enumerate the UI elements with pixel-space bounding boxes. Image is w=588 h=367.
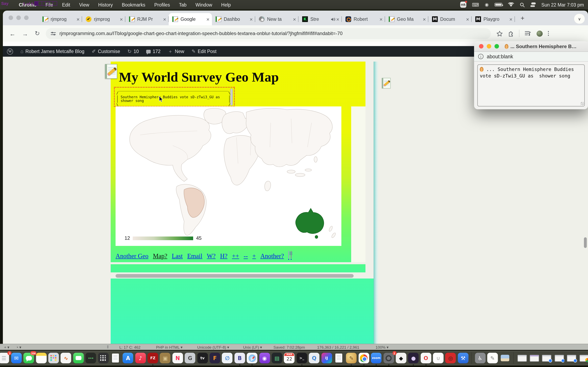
tab-stre[interactable]: KStre× bbox=[298, 13, 342, 25]
dock-smultron[interactable]: ● bbox=[408, 353, 419, 363]
dock-quicktime[interactable]: Q bbox=[309, 353, 320, 363]
popup-title-bar[interactable]: ... Southern Hemisphere B… bbox=[474, 41, 588, 52]
statusbar-item-6[interactable]: 100% ▾ bbox=[376, 345, 389, 349]
menu-item-help[interactable]: Help bbox=[221, 2, 231, 7]
popup-traffic-lights[interactable] bbox=[479, 44, 499, 49]
dock-chrome[interactable] bbox=[359, 353, 369, 363]
tab-robert[interactable]: Robert× bbox=[342, 13, 385, 25]
dock-camera-utility[interactable]: 2 bbox=[383, 353, 394, 363]
new-tab-button[interactable]: + bbox=[521, 15, 525, 22]
link-h[interactable]: H? bbox=[220, 252, 227, 260]
dock-min-window-sheet1[interactable] bbox=[541, 353, 552, 363]
meeting-app-icon[interactable]: mk bbox=[460, 2, 466, 8]
tab-close-button[interactable]: × bbox=[380, 16, 383, 22]
tab-close-button[interactable]: × bbox=[250, 16, 253, 22]
dock-xcode[interactable]: ⚒ bbox=[458, 353, 468, 363]
tab-overflow-button[interactable]: ∨ bbox=[574, 14, 585, 24]
dock-firefox[interactable]: F bbox=[210, 353, 220, 363]
vertical-scrollbar-thumb[interactable] bbox=[584, 237, 587, 248]
bookmark-star-icon[interactable] bbox=[496, 30, 502, 36]
admin-edit-post[interactable]: ✎Edit Post bbox=[191, 49, 216, 54]
dock-opera[interactable]: O bbox=[421, 353, 431, 363]
tab-docum[interactable]: MDocum× bbox=[428, 13, 472, 25]
dock-archive[interactable]: ▣ bbox=[160, 353, 171, 363]
dock-paint[interactable]: ✎ bbox=[346, 353, 357, 363]
info-icon[interactable]: i bbox=[478, 54, 484, 59]
dock-facetime[interactable] bbox=[73, 353, 84, 363]
dock-news[interactable]: N bbox=[172, 353, 183, 363]
dock-min-window-purple[interactable] bbox=[529, 353, 540, 363]
admin-customise[interactable]: ✐Customise bbox=[92, 49, 120, 54]
menu-item-window[interactable]: Window bbox=[196, 2, 212, 7]
tab-close-button[interactable]: × bbox=[293, 16, 296, 22]
tv-guide-link-icon[interactable] bbox=[288, 251, 289, 260]
wifi-icon[interactable] bbox=[508, 2, 514, 7]
admin-updates[interactable]: ↻10 bbox=[127, 49, 139, 54]
dock-min-window-doc[interactable] bbox=[517, 353, 527, 363]
popup-url[interactable]: about:blank bbox=[487, 54, 513, 59]
link-last[interactable]: Last bbox=[172, 252, 183, 260]
back-button[interactable]: ← bbox=[9, 30, 16, 37]
dock-libreoffice[interactable] bbox=[334, 353, 344, 363]
popup-textarea[interactable]: ... Southern Hemisphere Buddies vote sD-… bbox=[477, 64, 585, 106]
statusbar-item-3[interactable]: Unix (LF) ▾ bbox=[243, 345, 262, 349]
link-[interactable]: -- bbox=[243, 252, 248, 260]
link-map[interactable]: Map? bbox=[153, 252, 167, 260]
tab-geo-ma[interactable]: Geo Ma× bbox=[385, 13, 428, 25]
dock-appstore[interactable]: A bbox=[123, 353, 133, 363]
link-w[interactable]: W? bbox=[207, 252, 216, 260]
url-text[interactable]: rjmprogramming.com.au/ITblog/google-char… bbox=[60, 31, 343, 36]
admin-new[interactable]: ＋New bbox=[168, 48, 184, 55]
tab-playgro[interactable]: MPlaygro× bbox=[472, 13, 515, 25]
window-traffic-lights[interactable] bbox=[9, 16, 29, 20]
dock-min-window-chrome[interactable] bbox=[579, 353, 588, 363]
dock-apple-tv[interactable]: tv bbox=[197, 353, 208, 363]
link-another[interactable]: Another? bbox=[260, 252, 284, 260]
dock-calculator[interactable] bbox=[98, 353, 109, 363]
dock-notes[interactable] bbox=[36, 353, 47, 363]
spotlight-search-icon[interactable] bbox=[520, 2, 525, 7]
zoom-button[interactable] bbox=[494, 44, 499, 49]
dock-notes-pencil[interactable]: ✎ bbox=[487, 353, 498, 363]
speech-bubble-textarea[interactable]: ________________________________________… bbox=[114, 87, 235, 107]
admin-site-name[interactable]: ⌂Robert James Metcalfe Blog bbox=[20, 49, 84, 54]
menu-item-bookmarks[interactable]: Bookmarks bbox=[122, 2, 145, 7]
browser-menu-icon[interactable] bbox=[548, 31, 549, 36]
menu-item-profiles[interactable]: Profiles bbox=[154, 2, 170, 7]
dock-launchpad[interactable] bbox=[48, 353, 59, 363]
tab-new-ta[interactable]: New ta× bbox=[255, 13, 298, 25]
battery-icon[interactable] bbox=[494, 3, 502, 7]
dock-dial-utility[interactable]: ◎ bbox=[445, 353, 456, 363]
dock-accessibility[interactable]: ♿ bbox=[475, 353, 485, 363]
tab-close-button[interactable]: × bbox=[509, 16, 512, 22]
tab-rjmprog[interactable]: rjmprog× bbox=[82, 13, 125, 25]
dock-intellij[interactable]: IJ bbox=[321, 353, 332, 363]
statusbar-item-4[interactable]: Saved: 7:02:28pm bbox=[273, 345, 305, 349]
dock-inkscape[interactable]: ◆ bbox=[396, 353, 406, 363]
dock-podcasts[interactable]: ◉ bbox=[259, 353, 270, 363]
link-[interactable]: + bbox=[252, 252, 256, 260]
dock-min-window-sheet3[interactable] bbox=[566, 353, 577, 363]
textarea-resize-handle[interactable] bbox=[581, 102, 584, 105]
dock-safari[interactable] bbox=[247, 353, 258, 363]
keyboard-icon[interactable]: ⌨ bbox=[472, 2, 479, 8]
dock-coteditor[interactable]: ∪ bbox=[433, 353, 444, 363]
tab-close-button[interactable]: × bbox=[466, 16, 469, 22]
dock-calendar[interactable]: MAR22 bbox=[284, 353, 295, 363]
minimize-button[interactable] bbox=[487, 44, 491, 49]
dock-filezilla[interactable]: FZ bbox=[148, 353, 158, 363]
menu-item-tab[interactable]: Tab bbox=[179, 2, 186, 7]
link-anothergeo[interactable]: Another Geo bbox=[116, 252, 148, 260]
menu-item-view[interactable]: View bbox=[79, 2, 89, 7]
dock-photo-window[interactable] bbox=[500, 353, 510, 363]
tab-close-button[interactable]: × bbox=[207, 16, 209, 22]
dock-gimp[interactable]: G bbox=[185, 353, 195, 363]
tab-close-button[interactable]: × bbox=[423, 16, 426, 22]
dock-reminders[interactable]: ☰3 bbox=[0, 353, 9, 363]
statusbar-item-0[interactable]: L: 17 C: 462 bbox=[120, 345, 141, 349]
forward-button[interactable]: → bbox=[22, 30, 28, 37]
reload-button[interactable]: ↻ bbox=[35, 30, 40, 37]
close-button[interactable] bbox=[479, 44, 484, 49]
statusbar-history-button[interactable]: ◔ ▾ bbox=[16, 345, 21, 349]
tab-close-button[interactable]: × bbox=[336, 16, 339, 22]
